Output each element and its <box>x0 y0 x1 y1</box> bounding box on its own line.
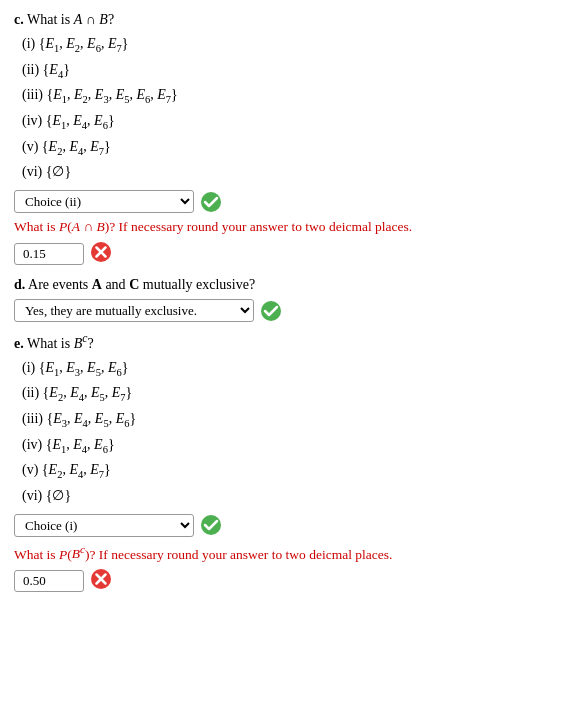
section-e-dropdown-status-icon <box>200 514 222 536</box>
choice-e-v: (v) {E2, E4, E7} <box>22 458 552 484</box>
section-c-dropdown-status-icon <box>200 191 222 213</box>
section-c-dropdown[interactable]: Choice (i) Choice (ii) Choice (iii) Choi… <box>14 190 194 213</box>
section-c-answer-status-icon <box>90 241 112 267</box>
section-e-choices: (i) {E1, E3, E5, E6} (ii) {E2, E4, E5, E… <box>22 356 552 508</box>
section-d: d. Are events A and C mutually exclusive… <box>14 277 552 322</box>
section-e-answer-input[interactable] <box>14 570 84 592</box>
choice-c-iii: (iii) {E1, E2, E3, E5, E6, E7} <box>22 83 552 109</box>
section-c-answer-input[interactable] <box>14 243 84 265</box>
choice-e-iv: (iv) {E1, E4, E6} <box>22 433 552 459</box>
section-c-label: c. What is A ∩ B? <box>14 12 552 28</box>
section-d-dropdown-row: Yes, they are mutually exclusive. No, th… <box>14 299 552 322</box>
section-e: e. What is Bc? (i) {E1, E3, E5, E6} (ii)… <box>14 332 552 594</box>
section-e-answer-row <box>14 568 552 594</box>
choice-e-ii: (ii) {E2, E4, E5, E7} <box>22 381 552 407</box>
section-c: c. What is A ∩ B? (i) {E1, E2, E6, E7} (… <box>14 12 552 267</box>
choice-c-iv: (iv) {E1, E4, E6} <box>22 109 552 135</box>
section-e-followup: What is P(Bc)? If necessary round your a… <box>14 543 552 563</box>
section-d-dropdown-status-icon <box>260 300 282 322</box>
section-e-label: e. What is Bc? <box>14 332 552 352</box>
section-e-dropdown-row: Choice (i) Choice (ii) Choice (iii) Choi… <box>14 514 552 537</box>
choice-c-vi: (vi) {∅} <box>22 160 552 184</box>
choice-c-i: (i) {E1, E2, E6, E7} <box>22 32 552 58</box>
section-d-dropdown[interactable]: Yes, they are mutually exclusive. No, th… <box>14 299 254 322</box>
section-e-dropdown[interactable]: Choice (i) Choice (ii) Choice (iii) Choi… <box>14 514 194 537</box>
section-c-dropdown-row: Choice (i) Choice (ii) Choice (iii) Choi… <box>14 190 552 213</box>
choice-c-ii: (ii) {E4} <box>22 58 552 84</box>
choice-c-v: (v) {E2, E4, E7} <box>22 135 552 161</box>
section-c-followup: What is P(A ∩ B)? If necessary round you… <box>14 219 552 235</box>
choice-e-iii: (iii) {E3, E4, E5, E6} <box>22 407 552 433</box>
section-d-label: d. Are events A and C mutually exclusive… <box>14 277 552 293</box>
choice-e-i: (i) {E1, E3, E5, E6} <box>22 356 552 382</box>
choice-e-vi: (vi) {∅} <box>22 484 552 508</box>
section-e-answer-status-icon <box>90 568 112 594</box>
section-c-answer-row <box>14 241 552 267</box>
section-c-choices: (i) {E1, E2, E6, E7} (ii) {E4} (iii) {E1… <box>22 32 552 184</box>
